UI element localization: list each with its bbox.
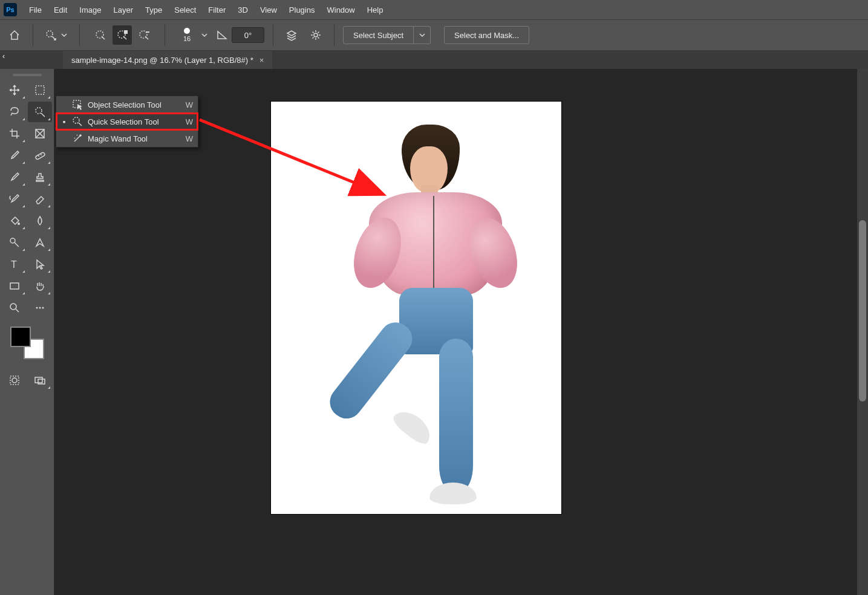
svg-rect-9 bbox=[36, 129, 44, 138]
flyout-item-shortcut: W bbox=[182, 134, 193, 143]
quick-selection-tool[interactable] bbox=[28, 102, 52, 122]
app-logo: Ps bbox=[4, 3, 17, 16]
select-and-mask-button[interactable]: Select and Mask... bbox=[444, 26, 529, 44]
eyedropper-tool[interactable] bbox=[2, 145, 27, 166]
menu-select[interactable]: Select bbox=[168, 2, 202, 18]
quick-mask-button[interactable] bbox=[2, 370, 27, 391]
svg-point-0 bbox=[47, 31, 53, 37]
select-subject-split: Select Subject bbox=[343, 26, 431, 44]
svg-rect-16 bbox=[10, 283, 19, 289]
magic-wand-icon bbox=[72, 133, 83, 144]
brush-picker[interactable]: 16 bbox=[174, 27, 211, 44]
brush-angle-group bbox=[216, 27, 264, 43]
svg-text:T: T bbox=[11, 259, 17, 270]
menu-layer[interactable]: Layer bbox=[108, 2, 140, 18]
close-icon[interactable]: × bbox=[259, 56, 264, 65]
edit-toolbar-button[interactable] bbox=[28, 298, 52, 318]
foreground-color-swatch[interactable] bbox=[10, 327, 31, 347]
dodge-tool[interactable] bbox=[2, 232, 27, 253]
eraser-tool[interactable] bbox=[28, 189, 52, 209]
stamp-icon bbox=[34, 171, 46, 183]
menu-filter[interactable]: Filter bbox=[202, 2, 232, 18]
quick-selection-icon bbox=[34, 106, 46, 118]
svg-rect-10 bbox=[35, 152, 45, 160]
svg-point-26 bbox=[73, 117, 79, 123]
eyedropper-icon bbox=[8, 149, 21, 161]
brush-icon bbox=[8, 171, 21, 183]
menu-plugins[interactable]: Plugins bbox=[283, 2, 321, 18]
rectangle-icon bbox=[8, 280, 21, 292]
sample-all-layers-button[interactable] bbox=[282, 25, 301, 45]
zoom-tool[interactable] bbox=[2, 298, 27, 318]
menu-edit[interactable]: Edit bbox=[48, 2, 73, 18]
home-button[interactable] bbox=[5, 25, 24, 45]
dodge-icon bbox=[8, 236, 21, 249]
document-tab[interactable]: sample-image-14.png @ 16.7% (Layer 1, RG… bbox=[63, 51, 272, 69]
hand-tool[interactable] bbox=[28, 276, 52, 296]
canvas-area[interactable]: Object Selection Tool W ▪ Quick Selectio… bbox=[54, 69, 868, 595]
chevron-down-icon bbox=[60, 27, 68, 44]
quick-mask-icon bbox=[8, 374, 21, 386]
divider bbox=[79, 24, 80, 46]
svg-point-6 bbox=[314, 33, 318, 37]
panel-grip-icon[interactable] bbox=[13, 74, 42, 76]
subtract-from-selection-button[interactable] bbox=[134, 25, 154, 45]
lasso-icon bbox=[8, 106, 21, 118]
brush-preview: 16 bbox=[176, 28, 198, 42]
clone-stamp-tool[interactable] bbox=[28, 167, 52, 187]
move-tool[interactable] bbox=[2, 80, 27, 100]
flyout-item-shortcut: W bbox=[182, 117, 193, 126]
svg-rect-23 bbox=[35, 377, 42, 383]
add-to-selection-button[interactable] bbox=[113, 25, 132, 45]
select-subject-dropdown[interactable] bbox=[414, 26, 431, 44]
flyout-item-object-selection[interactable]: Object Selection Tool W bbox=[56, 96, 198, 113]
new-selection-button[interactable] bbox=[91, 25, 110, 45]
brush-angle-input[interactable] bbox=[232, 27, 264, 43]
svg-point-17 bbox=[10, 304, 16, 310]
menu-type[interactable]: Type bbox=[139, 2, 168, 18]
paint-bucket-tool[interactable] bbox=[2, 210, 27, 231]
flyout-item-shortcut: W bbox=[182, 100, 193, 109]
svg-point-20 bbox=[42, 307, 44, 309]
document-canvas[interactable] bbox=[271, 102, 561, 514]
gear-icon bbox=[310, 29, 322, 41]
screen-mode-button[interactable] bbox=[28, 370, 52, 391]
screen-mode-icon bbox=[34, 374, 46, 386]
menu-3d[interactable]: 3D bbox=[232, 2, 254, 18]
enhance-edge-button[interactable] bbox=[306, 25, 325, 45]
blur-tool[interactable] bbox=[28, 210, 52, 231]
scrollbar-thumb[interactable] bbox=[859, 220, 866, 402]
check-icon: ▪ bbox=[61, 117, 67, 126]
lasso-tool[interactable] bbox=[2, 102, 27, 122]
crop-tool[interactable] bbox=[2, 123, 27, 144]
divider bbox=[33, 24, 33, 46]
rectangle-tool[interactable] bbox=[2, 276, 27, 296]
healing-brush-tool[interactable] bbox=[28, 145, 52, 166]
workspace: T bbox=[0, 69, 868, 595]
svg-point-13 bbox=[18, 223, 20, 225]
menu-view[interactable]: View bbox=[254, 2, 283, 18]
document-tab-title: sample-image-14.png @ 16.7% (Layer 1, RG… bbox=[71, 56, 253, 65]
svg-point-14 bbox=[10, 238, 15, 243]
select-subject-button[interactable]: Select Subject bbox=[343, 26, 414, 44]
flyout-item-magic-wand[interactable]: Magic Wand Tool W bbox=[56, 130, 198, 147]
frame-tool[interactable] bbox=[28, 123, 52, 144]
menu-file[interactable]: File bbox=[23, 2, 48, 18]
svg-rect-7 bbox=[36, 86, 44, 94]
flyout-item-label: Quick Selection Tool bbox=[88, 117, 177, 126]
rectangular-marquee-tool[interactable] bbox=[28, 80, 52, 100]
quick-selection-icon bbox=[72, 116, 83, 127]
pen-tool[interactable] bbox=[28, 232, 52, 253]
color-swatches[interactable] bbox=[9, 325, 45, 360]
menu-help[interactable]: Help bbox=[361, 2, 390, 18]
type-tool[interactable]: T bbox=[2, 254, 27, 275]
vertical-scrollbar[interactable] bbox=[857, 69, 868, 595]
tool-preset-picker[interactable] bbox=[42, 27, 71, 44]
history-brush-tool[interactable] bbox=[2, 189, 27, 209]
svg-point-11 bbox=[38, 155, 39, 157]
brush-tool[interactable] bbox=[2, 167, 27, 187]
menu-window[interactable]: Window bbox=[321, 2, 361, 18]
flyout-item-quick-selection[interactable]: ▪ Quick Selection Tool W bbox=[56, 113, 198, 130]
path-selection-tool[interactable] bbox=[28, 254, 52, 275]
menu-image[interactable]: Image bbox=[73, 2, 107, 18]
